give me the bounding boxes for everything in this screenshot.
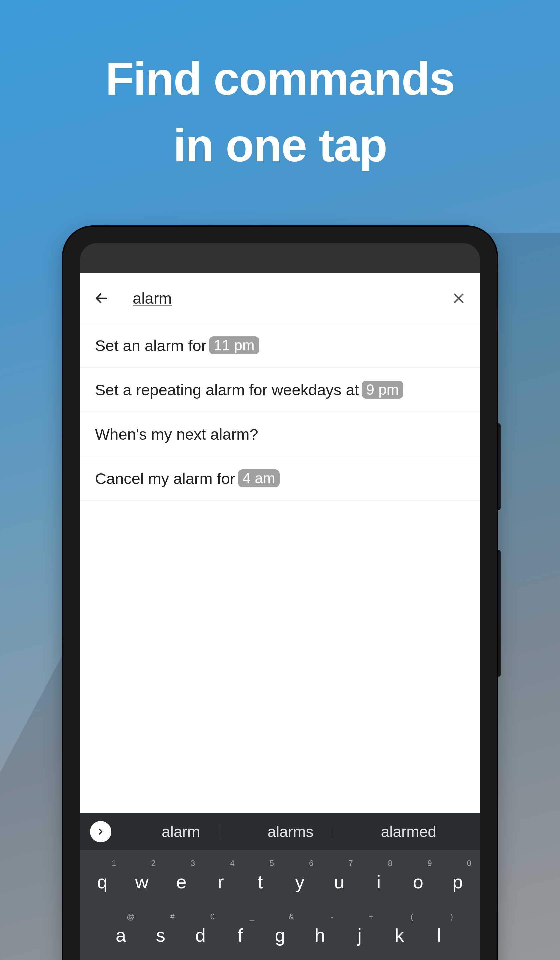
result-text: Cancel my alarm for [95, 469, 235, 488]
volume-button [496, 423, 501, 510]
search-input[interactable]: alarm [133, 289, 451, 307]
hero-headline-1: Find commands [0, 52, 560, 106]
key-primary: s [156, 924, 165, 946]
hero-headline-2: in one tap [0, 118, 560, 172]
keyboard-key-r[interactable]: 4r [201, 857, 240, 907]
keyboard-key-f[interactable]: _f [220, 910, 260, 960]
key-secondary: 7 [348, 859, 353, 868]
results-list: Set an alarm for 11 pmSet a repeating al… [80, 323, 480, 501]
phone-frame: alarm Set an alarm for 11 pmSet a repeat… [63, 227, 497, 960]
keyboard-key-d[interactable]: €d [181, 910, 220, 960]
key-primary: e [176, 871, 186, 893]
keyboard-key-s[interactable]: #s [141, 910, 180, 960]
key-secondary: € [210, 912, 214, 921]
key-primary: w [135, 871, 148, 893]
key-primary: h [315, 924, 325, 946]
status-bar [80, 243, 480, 274]
key-secondary: # [170, 912, 174, 921]
key-secondary: 5 [270, 859, 274, 868]
keyboard-key-y[interactable]: 6y [280, 857, 319, 907]
result-text: Set a repeating alarm for weekdays at [95, 381, 359, 399]
key-primary: p [452, 871, 462, 893]
key-primary: y [295, 871, 304, 893]
key-primary: d [195, 924, 206, 946]
result-param-chip: 11 pm [209, 336, 259, 354]
keyboard-key-a[interactable]: @a [101, 910, 141, 960]
close-icon [452, 291, 466, 306]
keyboard-key-w[interactable]: 2w [122, 857, 162, 907]
keyboard-suggestion[interactable]: alarms [254, 823, 327, 841]
keyboard-key-u[interactable]: 7u [319, 857, 359, 907]
keyboard-key-g[interactable]: &g [260, 910, 300, 960]
key-primary: l [437, 924, 441, 946]
keyboard-suggestion[interactable]: alarmed [368, 823, 450, 841]
suggestion-bar: alarmalarmsalarmed [80, 813, 480, 850]
key-secondary: @ [126, 912, 135, 921]
arrow-left-icon [94, 291, 109, 306]
clear-search-button[interactable] [451, 290, 467, 306]
key-primary: q [98, 871, 108, 893]
key-primary: t [258, 871, 263, 893]
keyboard: alarmalarmsalarmed 1q2w3e4r5t6y7u8i9o0p … [80, 813, 480, 960]
keyboard-key-i[interactable]: 8i [359, 857, 398, 907]
key-secondary: - [331, 912, 334, 921]
key-secondary: ) [450, 912, 453, 921]
key-secondary: 0 [467, 859, 471, 868]
result-param-chip: 4 am [238, 469, 280, 487]
key-secondary: 3 [190, 859, 195, 868]
key-primary: j [357, 924, 361, 946]
key-secondary: _ [250, 912, 254, 921]
key-primary: i [377, 871, 381, 893]
expand-suggestions-button[interactable] [90, 821, 111, 842]
key-secondary: 2 [151, 859, 155, 868]
key-primary: k [395, 924, 404, 946]
keyboard-key-q[interactable]: 1q [83, 857, 122, 907]
result-item[interactable]: When's my next alarm? [80, 412, 480, 456]
keyboard-key-t[interactable]: 5t [241, 857, 280, 907]
key-primary: u [334, 871, 344, 893]
key-primary: g [275, 924, 285, 946]
key-secondary: 8 [388, 859, 392, 868]
key-primary: f [238, 924, 243, 946]
keyboard-key-e[interactable]: 3e [162, 857, 201, 907]
key-primary: a [116, 924, 126, 946]
result-param-chip: 9 pm [362, 381, 404, 398]
keyboard-key-j[interactable]: +j [340, 910, 379, 960]
keyboard-key-o[interactable]: 9o [398, 857, 438, 907]
key-secondary: 1 [112, 859, 116, 868]
keyboard-key-h[interactable]: -h [300, 910, 340, 960]
chevron-right-icon [96, 827, 105, 836]
phone-screen: alarm Set an alarm for 11 pmSet a repeat… [80, 243, 480, 960]
key-secondary: + [369, 912, 373, 921]
key-secondary: & [289, 912, 294, 921]
keyboard-suggestion[interactable]: alarm [148, 823, 213, 841]
result-item[interactable]: Cancel my alarm for 4 am [80, 456, 480, 501]
result-text: When's my next alarm? [95, 425, 258, 443]
key-secondary: 6 [309, 859, 313, 868]
key-secondary: 9 [427, 859, 432, 868]
back-button[interactable] [93, 290, 109, 306]
keyboard-key-l[interactable]: )l [419, 910, 459, 960]
search-header: alarm [80, 274, 480, 323]
key-secondary: ( [411, 912, 413, 921]
key-primary: o [413, 871, 423, 893]
app-content: alarm Set an alarm for 11 pmSet a repeat… [80, 274, 480, 813]
key-primary: r [218, 871, 224, 893]
result-item[interactable]: Set an alarm for 11 pm [80, 323, 480, 368]
key-secondary: 4 [230, 859, 234, 868]
result-text: Set an alarm for [95, 336, 206, 355]
power-button [496, 550, 501, 677]
keyboard-key-k[interactable]: (k [379, 910, 419, 960]
result-item[interactable]: Set a repeating alarm for weekdays at 9 … [80, 368, 480, 412]
keyboard-key-p[interactable]: 0p [438, 857, 477, 907]
